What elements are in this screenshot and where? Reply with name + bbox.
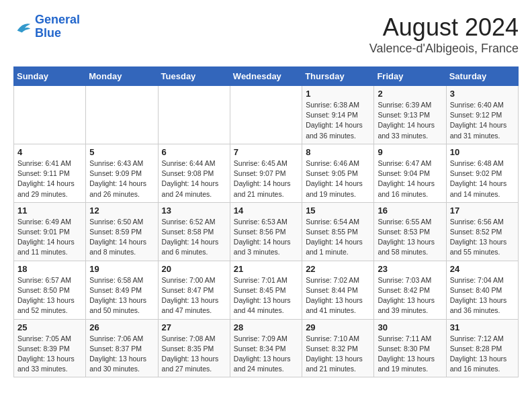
day-info: Sunrise: 6:40 AM Sunset: 9:12 PM Dayligh… bbox=[450, 100, 515, 141]
calendar-cell: 31Sunrise: 7:12 AM Sunset: 8:28 PM Dayli… bbox=[446, 319, 518, 377]
logo: General Blue bbox=[13, 13, 80, 40]
calendar-cell: 13Sunrise: 6:52 AM Sunset: 8:58 PM Dayli… bbox=[158, 202, 230, 261]
day-info: Sunrise: 6:45 AM Sunset: 9:07 PM Dayligh… bbox=[234, 158, 298, 199]
day-number: 14 bbox=[234, 205, 298, 216]
day-info: Sunrise: 7:04 AM Sunset: 8:40 PM Dayligh… bbox=[450, 275, 515, 316]
calendar-cell: 5Sunrise: 6:43 AM Sunset: 9:09 PM Daylig… bbox=[86, 144, 158, 202]
calendar-header-wednesday: Wednesday bbox=[230, 67, 302, 86]
day-number: 2 bbox=[378, 89, 442, 99]
day-number: 25 bbox=[17, 322, 82, 332]
day-number: 6 bbox=[162, 147, 226, 157]
day-info: Sunrise: 7:11 AM Sunset: 8:30 PM Dayligh… bbox=[378, 334, 442, 375]
calendar-week-4: 18Sunrise: 6:57 AM Sunset: 8:50 PM Dayli… bbox=[14, 261, 519, 319]
calendar-cell: 6Sunrise: 6:44 AM Sunset: 9:08 PM Daylig… bbox=[158, 144, 230, 202]
day-info: Sunrise: 6:55 AM Sunset: 8:53 PM Dayligh… bbox=[378, 217, 442, 258]
calendar-cell: 1Sunrise: 6:38 AM Sunset: 9:14 PM Daylig… bbox=[302, 86, 374, 144]
calendar-header-saturday: Saturday bbox=[446, 67, 518, 86]
day-info: Sunrise: 7:00 AM Sunset: 8:47 PM Dayligh… bbox=[162, 275, 226, 316]
calendar-cell: 12Sunrise: 6:50 AM Sunset: 8:59 PM Dayli… bbox=[86, 202, 158, 261]
day-info: Sunrise: 7:06 AM Sunset: 8:37 PM Dayligh… bbox=[89, 334, 154, 375]
day-number: 3 bbox=[450, 89, 515, 99]
calendar-cell: 17Sunrise: 6:56 AM Sunset: 8:52 PM Dayli… bbox=[446, 202, 518, 261]
title-block: August 2024 Valence-d'Albigeois, France bbox=[369, 13, 519, 56]
day-number: 11 bbox=[17, 205, 82, 216]
day-number: 5 bbox=[89, 147, 154, 157]
day-number: 18 bbox=[17, 264, 82, 274]
day-number: 27 bbox=[162, 322, 226, 332]
calendar-cell: 19Sunrise: 6:58 AM Sunset: 8:49 PM Dayli… bbox=[86, 261, 158, 319]
calendar-cell: 15Sunrise: 6:54 AM Sunset: 8:55 PM Dayli… bbox=[302, 202, 374, 261]
day-number: 28 bbox=[234, 322, 298, 332]
calendar-cell: 18Sunrise: 6:57 AM Sunset: 8:50 PM Dayli… bbox=[14, 261, 86, 319]
calendar-header-tuesday: Tuesday bbox=[158, 67, 230, 86]
calendar-cell: 4Sunrise: 6:41 AM Sunset: 9:11 PM Daylig… bbox=[14, 144, 86, 202]
calendar-cell bbox=[14, 86, 86, 144]
day-number: 30 bbox=[378, 322, 442, 332]
day-info: Sunrise: 7:02 AM Sunset: 8:44 PM Dayligh… bbox=[306, 275, 370, 316]
day-info: Sunrise: 7:03 AM Sunset: 8:42 PM Dayligh… bbox=[378, 275, 442, 316]
calendar-cell: 10Sunrise: 6:48 AM Sunset: 9:02 PM Dayli… bbox=[446, 144, 518, 202]
day-info: Sunrise: 6:52 AM Sunset: 8:58 PM Dayligh… bbox=[162, 217, 226, 258]
calendar-cell: 20Sunrise: 7:00 AM Sunset: 8:47 PM Dayli… bbox=[158, 261, 230, 319]
day-number: 19 bbox=[89, 264, 154, 274]
day-info: Sunrise: 6:44 AM Sunset: 9:08 PM Dayligh… bbox=[162, 158, 226, 199]
calendar-cell: 9Sunrise: 6:47 AM Sunset: 9:04 PM Daylig… bbox=[374, 144, 446, 202]
calendar-cell: 8Sunrise: 6:46 AM Sunset: 9:05 PM Daylig… bbox=[302, 144, 374, 202]
day-number: 7 bbox=[234, 147, 298, 157]
main-title: August 2024 bbox=[369, 13, 519, 42]
day-info: Sunrise: 6:41 AM Sunset: 9:11 PM Dayligh… bbox=[17, 158, 82, 199]
calendar-header-row: SundayMondayTuesdayWednesdayThursdayFrid… bbox=[14, 67, 519, 86]
calendar-cell: 3Sunrise: 6:40 AM Sunset: 9:12 PM Daylig… bbox=[446, 86, 518, 144]
calendar-cell bbox=[230, 86, 302, 144]
day-number: 26 bbox=[89, 322, 154, 332]
day-number: 1 bbox=[306, 89, 370, 99]
day-info: Sunrise: 7:10 AM Sunset: 8:32 PM Dayligh… bbox=[306, 334, 370, 375]
calendar-cell: 11Sunrise: 6:49 AM Sunset: 9:01 PM Dayli… bbox=[14, 202, 86, 261]
calendar-table: SundayMondayTuesdayWednesdayThursdayFrid… bbox=[13, 66, 519, 377]
calendar-header-thursday: Thursday bbox=[302, 67, 374, 86]
day-number: 24 bbox=[450, 264, 515, 274]
day-info: Sunrise: 6:50 AM Sunset: 8:59 PM Dayligh… bbox=[89, 217, 154, 258]
calendar-cell: 30Sunrise: 7:11 AM Sunset: 8:30 PM Dayli… bbox=[374, 319, 446, 377]
day-number: 20 bbox=[162, 264, 226, 274]
day-number: 9 bbox=[378, 147, 442, 157]
logo-text: General Blue bbox=[35, 13, 80, 40]
day-number: 4 bbox=[17, 147, 82, 157]
day-number: 21 bbox=[234, 264, 298, 274]
day-info: Sunrise: 6:54 AM Sunset: 8:55 PM Dayligh… bbox=[306, 217, 370, 258]
logo-icon bbox=[13, 17, 32, 36]
day-number: 13 bbox=[162, 205, 226, 216]
day-info: Sunrise: 6:56 AM Sunset: 8:52 PM Dayligh… bbox=[450, 217, 515, 258]
day-info: Sunrise: 6:46 AM Sunset: 9:05 PM Dayligh… bbox=[306, 158, 370, 199]
day-info: Sunrise: 6:39 AM Sunset: 9:13 PM Dayligh… bbox=[378, 100, 442, 141]
calendar-cell: 27Sunrise: 7:08 AM Sunset: 8:35 PM Dayli… bbox=[158, 319, 230, 377]
calendar-cell: 2Sunrise: 6:39 AM Sunset: 9:13 PM Daylig… bbox=[374, 86, 446, 144]
day-number: 8 bbox=[306, 147, 370, 157]
day-info: Sunrise: 6:43 AM Sunset: 9:09 PM Dayligh… bbox=[89, 158, 154, 199]
calendar-cell: 26Sunrise: 7:06 AM Sunset: 8:37 PM Dayli… bbox=[86, 319, 158, 377]
day-info: Sunrise: 7:12 AM Sunset: 8:28 PM Dayligh… bbox=[450, 334, 515, 375]
day-info: Sunrise: 6:47 AM Sunset: 9:04 PM Dayligh… bbox=[378, 158, 442, 199]
calendar-cell: 23Sunrise: 7:03 AM Sunset: 8:42 PM Dayli… bbox=[374, 261, 446, 319]
day-info: Sunrise: 7:09 AM Sunset: 8:34 PM Dayligh… bbox=[234, 334, 298, 375]
day-number: 12 bbox=[89, 205, 154, 216]
calendar-cell: 24Sunrise: 7:04 AM Sunset: 8:40 PM Dayli… bbox=[446, 261, 518, 319]
day-number: 10 bbox=[450, 147, 515, 157]
day-info: Sunrise: 6:53 AM Sunset: 8:56 PM Dayligh… bbox=[234, 217, 298, 258]
day-info: Sunrise: 6:49 AM Sunset: 9:01 PM Dayligh… bbox=[17, 217, 82, 258]
day-info: Sunrise: 6:38 AM Sunset: 9:14 PM Dayligh… bbox=[306, 100, 370, 141]
day-number: 15 bbox=[306, 205, 370, 216]
day-number: 16 bbox=[378, 205, 442, 216]
day-info: Sunrise: 7:08 AM Sunset: 8:35 PM Dayligh… bbox=[162, 334, 226, 375]
calendar-cell: 16Sunrise: 6:55 AM Sunset: 8:53 PM Dayli… bbox=[374, 202, 446, 261]
calendar-week-5: 25Sunrise: 7:05 AM Sunset: 8:39 PM Dayli… bbox=[14, 319, 519, 377]
calendar-header-monday: Monday bbox=[86, 67, 158, 86]
calendar-cell: 21Sunrise: 7:01 AM Sunset: 8:45 PM Dayli… bbox=[230, 261, 302, 319]
calendar-cell: 25Sunrise: 7:05 AM Sunset: 8:39 PM Dayli… bbox=[14, 319, 86, 377]
day-info: Sunrise: 7:05 AM Sunset: 8:39 PM Dayligh… bbox=[17, 334, 82, 375]
calendar-cell: 14Sunrise: 6:53 AM Sunset: 8:56 PM Dayli… bbox=[230, 202, 302, 261]
calendar-week-1: 1Sunrise: 6:38 AM Sunset: 9:14 PM Daylig… bbox=[14, 86, 519, 144]
page-header: General Blue August 2024 Valence-d'Albig… bbox=[13, 13, 519, 56]
day-info: Sunrise: 7:01 AM Sunset: 8:45 PM Dayligh… bbox=[234, 275, 298, 316]
subtitle: Valence-d'Albigeois, France bbox=[369, 42, 519, 56]
